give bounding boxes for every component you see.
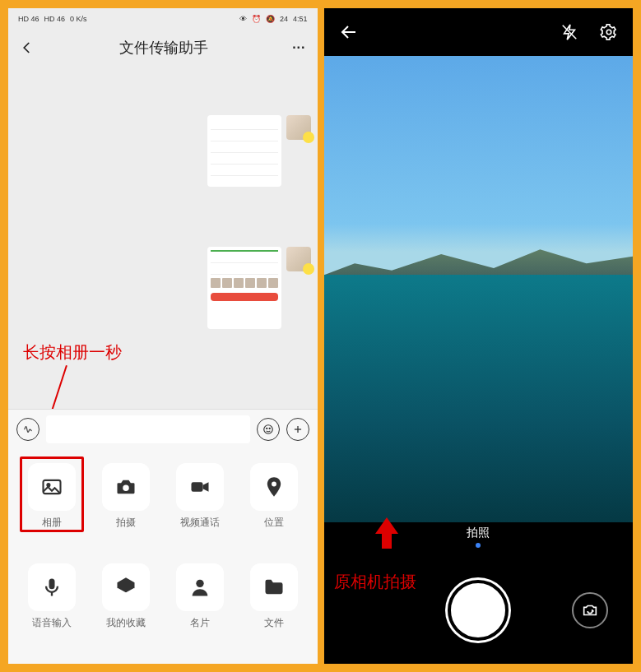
chat-header: 文件传输助手 ··· [8, 30, 318, 66]
mic-icon [28, 563, 76, 611]
location-icon [250, 463, 298, 511]
svg-point-0 [263, 424, 272, 433]
message-input[interactable] [46, 415, 250, 443]
alarm-icon: ⏰ [252, 15, 261, 23]
signal-indicator-2: HD 46 [44, 15, 66, 23]
image-icon [28, 463, 76, 511]
avatar[interactable] [286, 115, 311, 140]
grid-label: 视频通话 [180, 516, 220, 530]
grid-item-album[interactable]: 相册 [16, 463, 87, 555]
annotation-text-left: 长按相册一秒 [23, 341, 122, 364]
svg-marker-9 [202, 482, 208, 492]
camera-mode-bar[interactable]: 拍照 [324, 522, 634, 557]
attachment-grid: 相册 拍摄 视频通话 位置 [8, 448, 318, 664]
camera-screen: 拍照 原相机拍摄 [324, 8, 634, 664]
grid-item-contact[interactable]: 名片 [165, 563, 235, 656]
mode-indicator-dot [476, 543, 481, 548]
voice-toggle-icon[interactable] [16, 418, 39, 441]
avatar[interactable] [286, 247, 311, 271]
battery-level: 24 [280, 15, 288, 23]
svg-point-2 [269, 428, 270, 429]
grid-label: 语音输入 [32, 616, 72, 630]
status-bar: HD 46 HD 46 0 K/s 👁 ⏰ 🔕 24 4:51 [8, 8, 318, 30]
camera-controls: 原相机拍摄 [324, 557, 634, 664]
grid-label: 位置 [264, 516, 284, 530]
bookmark-icon [102, 563, 150, 611]
annotation-arrow-left [35, 365, 67, 409]
wechat-screen: HD 46 HD 46 0 K/s 👁 ⏰ 🔕 24 4:51 文件传输助手 ·… [8, 8, 318, 664]
svg-point-17 [606, 30, 611, 35]
message-content [207, 247, 281, 329]
shutter-button[interactable] [448, 580, 509, 641]
grid-label: 文件 [264, 616, 284, 630]
svg-point-10 [272, 482, 276, 487]
camera-top-bar [324, 8, 634, 56]
svg-point-6 [47, 484, 49, 486]
grid-label: 拍摄 [116, 516, 136, 530]
grid-item-videocall[interactable]: 视频通话 [165, 463, 235, 555]
grid-item-file[interactable]: 文件 [239, 563, 309, 656]
grid-label: 相册 [42, 516, 62, 530]
message-item[interactable] [207, 115, 311, 187]
svg-point-7 [123, 484, 128, 490]
camera-mode-label: 拍照 [467, 526, 490, 539]
annotation-text-right: 原相机拍摄 [334, 571, 416, 593]
svg-rect-11 [49, 579, 54, 590]
camera-back-button[interactable] [339, 22, 359, 42]
message-content [207, 115, 281, 187]
back-button[interactable] [20, 40, 35, 55]
signal-indicator-1: HD 46 [18, 15, 39, 23]
camera-icon [102, 463, 150, 511]
folder-icon [250, 563, 298, 611]
chat-title: 文件传输助手 [119, 38, 208, 58]
plus-icon[interactable] [286, 418, 309, 441]
settings-icon[interactable] [600, 23, 618, 41]
annotation-arrow-right [375, 517, 398, 534]
eye-icon: 👁 [239, 15, 247, 23]
viewfinder[interactable] [324, 56, 634, 522]
video-icon [176, 463, 224, 511]
more-button[interactable]: ··· [292, 40, 305, 55]
grid-item-favorites[interactable]: 我的收藏 [91, 563, 161, 656]
input-bar [8, 409, 318, 448]
network-speed: 0 K/s [70, 15, 87, 23]
dnd-icon: 🔕 [266, 15, 275, 23]
chat-messages: 长按相册一秒 [8, 66, 318, 409]
svg-rect-8 [191, 482, 202, 492]
grid-label: 名片 [190, 616, 210, 630]
svg-point-1 [266, 428, 267, 429]
grid-item-camera[interactable]: 拍摄 [91, 463, 161, 555]
grid-item-voiceinput[interactable]: 语音输入 [16, 563, 87, 656]
flash-icon[interactable] [560, 23, 578, 41]
message-item[interactable] [207, 247, 311, 329]
svg-point-13 [196, 580, 203, 587]
person-icon [176, 563, 224, 611]
grid-item-location[interactable]: 位置 [239, 463, 309, 555]
flip-camera-button[interactable] [572, 592, 608, 628]
grid-label: 我的收藏 [106, 616, 146, 630]
emoji-icon[interactable] [257, 418, 280, 441]
clock-time: 4:51 [293, 15, 308, 23]
